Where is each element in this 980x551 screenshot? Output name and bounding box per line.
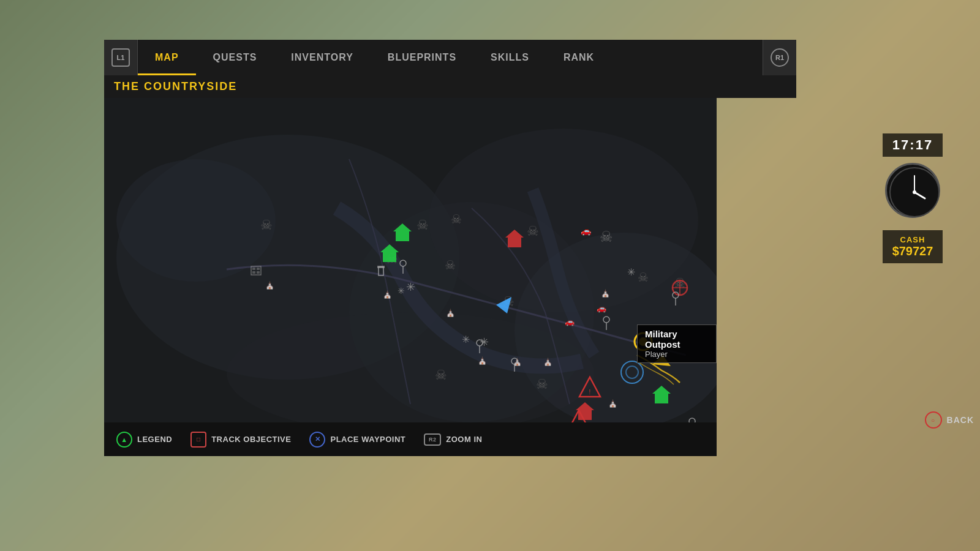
svg-text:✳: ✳: [398, 286, 405, 296]
svg-point-6: [116, 159, 276, 282]
legend-label: LEGEND: [137, 435, 172, 444]
svg-text:⛪: ⛪: [601, 288, 610, 298]
back-button-icon: ○: [925, 411, 942, 429]
clock-face: [885, 163, 940, 218]
r1-icon: R1: [771, 48, 789, 67]
svg-rect-59: [578, 410, 592, 420]
svg-text:⛪: ⛪: [608, 399, 617, 408]
cash-panel: CASH $79727: [883, 230, 943, 263]
svg-text:☠: ☠: [435, 367, 447, 383]
svg-rect-39: [252, 271, 255, 274]
back-label: BACK: [947, 415, 974, 425]
tab-rank[interactable]: RANK: [546, 40, 611, 75]
svg-rect-38: [257, 268, 260, 270]
legend-button-icon: ▲: [116, 432, 132, 448]
svg-rect-65: [655, 394, 668, 403]
track-objective-label: TRACK OBJECTIVE: [211, 435, 291, 444]
svg-text:⛪: ⛪: [265, 280, 274, 290]
svg-point-68: [639, 337, 647, 346]
cash-label: CASH: [892, 235, 933, 244]
svg-text:🚗: 🚗: [565, 317, 575, 327]
svg-text:!: !: [589, 389, 591, 395]
svg-text:🚗: 🚗: [581, 226, 592, 236]
tab-inventory[interactable]: INVENTORY: [274, 40, 370, 75]
svg-rect-63: [383, 252, 396, 262]
nav-tabs: MAP QUESTS INVENTORY BLUEPRINTS SKILLS R…: [138, 40, 763, 75]
clock-svg: [887, 165, 942, 220]
map-container[interactable]: ☠ ☠ ☠ ☠ ☠ ☠ ☠ ☠ ☠ ☠ ☠: [104, 98, 717, 422]
svg-text:☠: ☠: [536, 377, 548, 392]
svg-text:☠: ☠: [417, 217, 429, 233]
svg-text:⛪: ⛪: [543, 357, 552, 366]
track-button-icon: □: [190, 432, 206, 448]
map-header: THE COUNTRYSIDE: [104, 75, 796, 98]
zoom-button-icon: R2: [424, 433, 441, 446]
r1-button[interactable]: R1: [763, 40, 796, 75]
map-wrapper: ☠ ☠ ☠ ☠ ☠ ☠ ☠ ☠ ☠ ☠ ☠: [104, 98, 796, 422]
l1-button[interactable]: L1: [104, 40, 138, 75]
svg-text:🚗: 🚗: [597, 303, 607, 313]
svg-text:☠: ☠: [638, 271, 649, 284]
zoom-in-action[interactable]: R2 ZOOM IN: [424, 433, 482, 446]
tab-skills[interactable]: SKILLS: [473, 40, 546, 75]
svg-rect-40: [257, 271, 260, 274]
svg-text:☠: ☠: [445, 258, 456, 272]
svg-text:☠: ☠: [600, 228, 613, 245]
svg-rect-37: [252, 268, 255, 270]
tab-quests[interactable]: QUESTS: [196, 40, 274, 75]
svg-text:✳: ✳: [406, 281, 415, 293]
map-region-title: THE COUNTRYSIDE: [114, 80, 786, 93]
svg-text:✳: ✳: [480, 336, 489, 348]
bottom-bar: ▲ LEGEND □ TRACK OBJECTIVE ✕ PLACE WAYPO…: [104, 422, 717, 456]
place-waypoint-action[interactable]: ✕ PLACE WAYPOINT: [309, 432, 405, 448]
track-objective-action[interactable]: □ TRACK OBJECTIVE: [190, 432, 291, 448]
map-svg: ☠ ☠ ☠ ☠ ☠ ☠ ☠ ☠ ☠ ☠ ☠: [104, 98, 717, 422]
svg-text:⛪: ⛪: [478, 356, 487, 365]
svg-text:⛪: ⛪: [446, 308, 455, 317]
svg-text:⛪: ⛪: [383, 290, 392, 299]
svg-rect-61: [396, 231, 409, 241]
svg-rect-57: [508, 238, 521, 247]
svg-text:!: !: [578, 422, 580, 422]
back-button[interactable]: ○ BACK: [925, 411, 974, 429]
svg-text:✳: ✳: [462, 334, 470, 345]
tab-blueprints[interactable]: BLUEPRINTS: [371, 40, 473, 75]
place-waypoint-label: PLACE WAYPOINT: [330, 435, 405, 444]
tab-map[interactable]: MAP: [138, 40, 196, 75]
nav-bar: L1 MAP QUESTS INVENTORY BLUEPRINTS SKILL…: [104, 40, 796, 75]
svg-text:☠: ☠: [451, 212, 462, 226]
svg-text:✳: ✳: [627, 267, 635, 277]
legend-action[interactable]: ▲ LEGEND: [116, 432, 172, 448]
zoom-in-label: ZOOM IN: [446, 435, 482, 444]
svg-text:☠: ☠: [260, 217, 273, 233]
svg-text:☠: ☠: [527, 223, 539, 239]
right-panel: 17:17 CASH $79727: [851, 133, 974, 263]
time-display: 17:17: [883, 133, 943, 157]
svg-rect-42: [377, 266, 385, 268]
waypoint-button-icon: ✕: [309, 432, 325, 448]
game-ui: L1 MAP QUESTS INVENTORY BLUEPRINTS SKILL…: [104, 40, 796, 462]
svg-point-99: [913, 190, 916, 194]
l1-icon: L1: [111, 48, 130, 67]
cash-amount: $79727: [892, 244, 933, 258]
